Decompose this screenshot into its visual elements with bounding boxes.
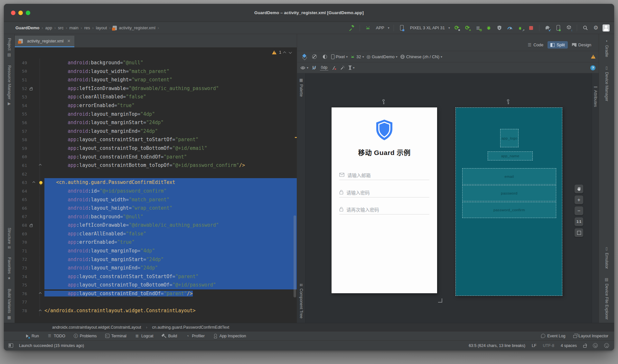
settings-icon[interactable]: ⚙ [592,24,600,32]
device-manager-icon[interactable] [554,24,562,32]
code-line-78[interactable]: 78</androidx.constraintlayout.widget.Con… [15,306,297,315]
code-line-70[interactable]: 70 app:errorEnabled="true" [15,238,297,247]
code-line-60[interactable]: 60 app:layout_constraintEnd_toEndOf="par… [15,153,297,161]
tool-window-button-terminal[interactable]: Terminal [105,334,126,338]
stop-icon[interactable] [527,24,535,32]
status-message[interactable]: Launch succeeded (15 minutes ago) [19,343,84,348]
mode-split-button[interactable]: Split [548,41,567,49]
code-line-56[interactable]: 56 android:layout_marginStart="24dp" [15,118,297,127]
previous-problem-icon[interactable] [283,51,286,54]
tool-window-button-build[interactable]: Build [162,334,177,338]
tool-window-tab-favorites[interactable]: Favorites★ [7,257,12,280]
attributes-tab[interactable]: ⫼Attributes [593,86,598,107]
tool-window-button-profiler[interactable]: Profiler [185,334,205,338]
blueprint-preview[interactable]: app_logoapp_nameemailpasswordpassword_co… [455,107,562,296]
close-icon[interactable]: ✕ [67,39,70,43]
locale-select[interactable]: Chinese (zh / CN)▾ [400,54,442,59]
zoom-out-button[interactable]: − [575,206,583,215]
breadcrumb-item[interactable]: src [58,25,63,30]
component-tree-tab[interactable]: ≣Component Tree [299,283,304,318]
design-canvas[interactable]: 移动 Guard 示例 请输入邮箱请输入密码请再次输入密码 app_logoap… [305,73,592,323]
breadcrumb-leaf[interactable]: cn.authing.guard.PasswordConfirmEditText [152,325,229,330]
code-line-71[interactable]: 71 android:layout_marginTop="4dp" [15,247,297,255]
feedback-happy-icon[interactable] [593,343,598,348]
event-log-button[interactable]: Event Log [541,334,565,338]
debug-icon[interactable] [485,24,492,32]
tool-window-button-problems[interactable]: Problems [74,334,97,338]
tool-window-tab-device-manager[interactable]: ▯Device Manager [604,66,609,101]
inspection-widget[interactable]: 1 [272,50,291,55]
tool-window-button-inspect[interactable]: App Inspection [213,334,246,338]
infer-constraints-icon[interactable] [340,65,345,70]
code-line-77[interactable]: 77 [15,298,297,307]
default-margin-value[interactable]: 0dp [320,65,328,70]
code-line-54[interactable]: 54 app:errorEnabled="true" [15,101,297,110]
guideline-icon[interactable]: ▾ [348,66,355,70]
autoconnect-icon[interactable] [312,65,317,70]
breadcrumb-item[interactable]: app [45,25,52,30]
build-icon[interactable] [348,24,355,32]
input-field-email[interactable]: 请输入邮箱 [339,170,429,180]
code-line-75[interactable]: 75 app:layout_constraintTop_toBottomOf="… [15,281,297,289]
run-configurations-icon[interactable]: ≣⟲ [474,24,482,32]
blueprint-component-app_name[interactable]: app_name [488,151,533,160]
indent-setting[interactable]: 4 spaces [561,343,577,348]
code-line-67[interactable]: 67 android:background="@null" [15,213,297,221]
tool-window-tab-emulator[interactable]: ▯Emulator [604,246,609,269]
run-configuration-select[interactable]: APP [376,25,384,30]
code-line-58[interactable]: 58 app:layout_constraintStart_toStartOf=… [15,135,297,144]
code-line-53[interactable]: 53 app:clearAllEnabled="false" [15,93,297,101]
help-icon[interactable]: ? [590,65,595,70]
code-line-69[interactable]: 69 app:clearAllEnabled="false" [15,230,297,238]
code-line-49[interactable]: 49 android:background="@null" [15,59,297,67]
code-line-62[interactable]: 62 [15,170,297,178]
tool-window-tab-build-variants[interactable]: Build Variants▦ [7,289,12,320]
profiler-icon[interactable] [506,24,514,32]
tool-windows-icon[interactable] [8,343,13,348]
code-editor[interactable]: 49 android:background="@null"50 android:… [15,48,297,323]
gradle-sync-icon[interactable]: ↙ [544,24,551,32]
tool-window-button-run[interactable]: Run [25,334,39,338]
breadcrumb-root[interactable]: androidx.constraintlayout.widget.Constra… [52,325,141,330]
blueprint-component-password_confirm[interactable]: password_confirm [462,202,556,218]
code-line-63[interactable]: 63 <cn.authing.guard.PasswordConfirmEdit… [15,178,297,187]
editor-scrollbar[interactable] [294,215,296,297]
design-surface-icon[interactable] [300,53,308,60]
breadcrumb-item[interactable]: layout [96,25,107,30]
next-problem-icon[interactable] [289,50,292,54]
target-device-select[interactable]: PIXEL 3 XL API 31 [410,25,445,30]
code-line-59[interactable]: 59 app:layout_constraintTop_toBottomOf="… [15,144,297,153]
code-line-76[interactable]: 76 app:layout_constraintEnd_toEndOf="par… [15,289,297,298]
apply-code-changes-icon[interactable]: ⟳A [464,24,471,32]
input-field-password[interactable]: 请再次输入密码 [339,205,429,214]
clear-constraints-icon[interactable] [332,65,337,70]
code-line-50[interactable]: 50 android:layout_width="match_parent" [15,67,297,76]
night-mode-icon[interactable] [321,53,329,60]
input-field-password[interactable]: 请输入密码 [339,188,429,197]
blueprint-component-email[interactable]: email [462,168,556,185]
zoom-fit-button[interactable] [575,228,583,237]
blueprint-component-app_logo[interactable]: app_logo [500,129,519,147]
breadcrumb-item[interactable]: main [69,25,78,30]
feedback-sad-icon[interactable] [604,343,609,348]
warning-stripe-mark[interactable] [295,137,297,138]
device-preview[interactable]: 移动 Guard 示例 请输入邮箱请输入密码请再次输入密码 [332,107,437,293]
code-line-65[interactable]: 65 android:layout_width="match_parent" [15,196,297,204]
code-line-64[interactable]: 64 android:id="@+id/password_confirm" [15,187,297,196]
palette-tab[interactable]: ▦Palette [299,78,304,97]
tab-activity-register-xml[interactable]: activity_register.xml ✕ [15,36,74,47]
view-options-icon[interactable]: ▾ [300,65,308,70]
layout-inspector-button[interactable]: Layout Inspector [573,334,608,338]
mode-design-button[interactable]: Design [569,41,594,49]
tool-window-button-todo[interactable]: TODO [47,334,65,338]
breadcrumb-item[interactable]: activity_register.xml [119,25,155,30]
zoom-actual-button[interactable]: 1:1 [575,217,583,226]
tool-window-tab-gradle[interactable]: ◖Gradle [604,39,609,57]
breadcrumb-item[interactable]: res [84,25,90,30]
code-line-66[interactable]: 66 android:layout_height="wrap_content" [15,204,297,213]
breadcrumb-item[interactable]: GuardDemo [15,25,39,30]
code-line-52[interactable]: 52 app:leftIconDrawable="@drawable/ic_au… [15,84,297,93]
tool-window-button-logcat[interactable]: Logcat [135,334,154,338]
pan-hand-button[interactable] [575,185,583,193]
unlock-icon[interactable] [583,345,586,348]
